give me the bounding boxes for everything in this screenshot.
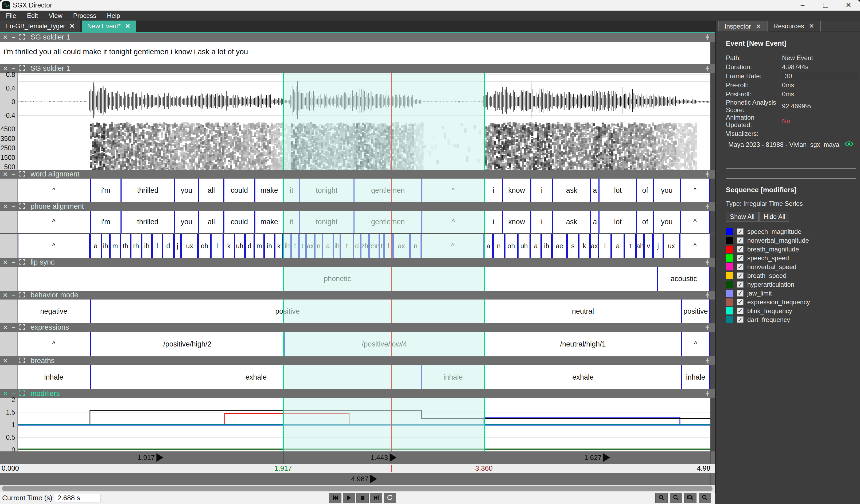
expand-track-icon[interactable]	[19, 259, 25, 266]
phone-cell[interactable]: t	[291, 234, 299, 258]
segment-cell[interactable]: inhale	[421, 365, 484, 389]
segment-cell[interactable]: could	[223, 211, 254, 233]
segment-cell[interactable]: inhale	[681, 365, 711, 389]
expand-track-icon[interactable]	[19, 203, 25, 210]
panel-tab-resources[interactable]: Resources✕	[768, 21, 821, 31]
segment-cell[interactable]: ^	[18, 179, 90, 202]
segment-cell[interactable]: i	[530, 211, 552, 233]
tab-en-gb_female_tyger[interactable]: En-GB_female_tyger✕	[0, 20, 80, 32]
expand-track-icon[interactable]	[19, 34, 25, 41]
zoom-out-button[interactable]	[670, 493, 682, 503]
segment-cell[interactable]: of	[636, 211, 653, 233]
segment-cell[interactable]: tonight	[299, 211, 354, 233]
close-track-icon[interactable]: ✕	[3, 171, 8, 178]
segment-cell[interactable]: inhale	[18, 365, 90, 389]
expand-track-icon[interactable]	[19, 292, 25, 299]
panel-tab-close-icon[interactable]: ✕	[809, 23, 814, 30]
phone-cell[interactable]: ih	[541, 234, 552, 258]
phone-cell[interactable]: s	[567, 234, 579, 258]
phone-cell[interactable]: oh	[505, 234, 518, 258]
expand-track-icon[interactable]	[19, 324, 25, 331]
segment-cell[interactable]: you	[653, 179, 680, 202]
zoom-selection-button[interactable]	[684, 493, 697, 503]
segment-cell[interactable]: i'm	[90, 211, 120, 233]
segment-cell[interactable]: positive	[681, 299, 711, 323]
zoom-fit-button[interactable]	[699, 493, 711, 503]
phone-cell[interactable]: a	[322, 234, 333, 258]
pin-icon[interactable]	[704, 65, 711, 73]
phone-cell[interactable]: d	[162, 234, 174, 258]
segment-cell[interactable]: i	[484, 211, 502, 233]
pin-icon[interactable]	[704, 203, 711, 211]
phone-cell[interactable]: zh	[361, 234, 369, 258]
segment-cell[interactable]: tonight	[299, 179, 354, 202]
phone-cell[interactable]: t	[625, 234, 636, 258]
modifier-checkbox[interactable]: ✓	[737, 290, 744, 297]
modifier-checkbox[interactable]: ✓	[737, 281, 744, 288]
segment-cell[interactable]: a	[590, 211, 599, 233]
segment-cell[interactable]: ^	[421, 211, 484, 233]
phone-cell[interactable]: a	[90, 234, 101, 258]
phone-cell[interactable]: n	[493, 234, 505, 258]
maximize-button[interactable]	[814, 0, 837, 11]
close-button[interactable]: ✕	[837, 0, 860, 11]
segment-cell[interactable]: /positive/high/2	[90, 332, 284, 356]
minimize-track-icon[interactable]: −	[12, 259, 15, 266]
total-ruler[interactable]: 4.987	[0, 473, 715, 485]
segment-cell[interactable]: lot	[599, 211, 636, 233]
minimize-track-icon[interactable]: −	[12, 324, 15, 331]
close-track-icon[interactable]: ✕	[3, 324, 8, 331]
segment-cell[interactable]: it	[283, 211, 299, 233]
menu-item-file[interactable]: File	[2, 12, 20, 19]
segment-cell[interactable]: ^	[421, 179, 484, 202]
play-button[interactable]	[343, 493, 355, 503]
segment-cell[interactable]: you	[174, 179, 198, 202]
segment-cell[interactable]: all	[198, 211, 223, 233]
minimize-track-icon[interactable]: −	[12, 34, 15, 41]
phone-cell[interactable]: a	[611, 234, 625, 258]
panel-tab-close-icon[interactable]: ✕	[756, 23, 761, 30]
close-track-icon[interactable]: ✕	[3, 292, 8, 298]
phone-cell[interactable]: ^	[421, 234, 484, 258]
waveform-content[interactable]	[18, 73, 711, 122]
segment-cell[interactable]: make	[254, 179, 283, 202]
menu-item-view[interactable]: View	[44, 12, 67, 19]
phone-cell[interactable]: a	[484, 234, 493, 258]
phone-cell[interactable]: ih	[283, 234, 291, 258]
expand-track-icon[interactable]	[19, 390, 25, 397]
segment-cell[interactable]: exhale	[484, 365, 681, 389]
phone-cell[interactable]: oh	[198, 234, 211, 258]
modifier-checkbox[interactable]: ✓	[737, 272, 744, 279]
phone-cell[interactable]: v	[644, 234, 653, 258]
skip-start-button[interactable]	[329, 493, 341, 503]
close-track-icon[interactable]: ✕	[3, 204, 8, 210]
modifier-checkbox[interactable]: ✓	[737, 264, 744, 270]
segment-cell[interactable]: ^	[680, 211, 711, 233]
phone-cell[interactable]: d	[245, 234, 254, 258]
modifier-checkbox[interactable]: ✓	[737, 237, 744, 244]
segment-cell[interactable]: i'm	[90, 179, 120, 202]
zoom-in-button[interactable]	[655, 493, 668, 503]
phone-cell[interactable]: d	[354, 234, 361, 258]
phone-cell[interactable]: k	[579, 234, 590, 258]
tab-new-event-[interactable]: New Event*✕	[82, 20, 136, 32]
phone-cell[interactable]: m	[254, 234, 264, 258]
minimize-track-icon[interactable]: −	[12, 204, 15, 210]
phone-alignment-phones-content[interactable]: ^aihmthrhihldjuxohlkuhdmihkihttaxnaihtdz…	[18, 234, 711, 258]
phone-cell[interactable]: ehn	[369, 234, 379, 258]
phone-cell[interactable]: ^	[680, 234, 711, 258]
current-time-input[interactable]: 2.688 s	[55, 494, 100, 502]
segment-cell[interactable]: negative	[18, 299, 90, 323]
show-all-button[interactable]: Show All	[726, 212, 759, 222]
segment-cell[interactable]: neutral	[484, 299, 681, 323]
phone-cell[interactable]: j	[653, 234, 663, 258]
close-track-icon[interactable]: ✕	[3, 390, 8, 397]
segment-cell[interactable]: ask	[552, 211, 590, 233]
modifier-checkbox[interactable]: ✓	[737, 308, 744, 314]
close-track-icon[interactable]: ✕	[3, 259, 8, 266]
segment-cell[interactable]: know	[502, 179, 530, 202]
spectrogram-content[interactable]	[18, 122, 711, 170]
expand-track-icon[interactable]	[19, 171, 25, 178]
total-duration-label[interactable]: 4.987	[351, 475, 377, 483]
phone-cell[interactable]: uh	[518, 234, 530, 258]
